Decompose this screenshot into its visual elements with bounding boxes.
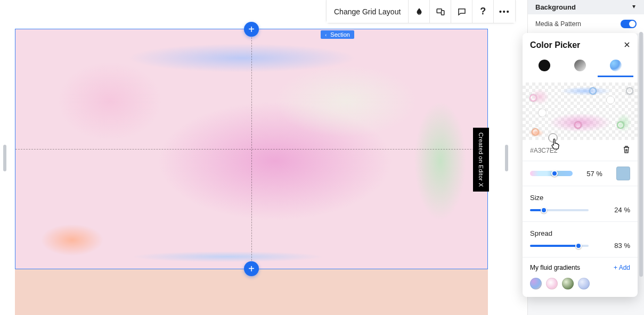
color-mode-tabs — [523, 60, 638, 82]
canvas-region: ‹ Section + + Created on Editor X — [0, 0, 527, 315]
droplet-icon — [414, 7, 424, 16]
gradient-handle[interactable] — [589, 87, 597, 95]
change-grid-layout-label: Change Grid Layout — [334, 7, 401, 16]
saved-gradients-row: My fluid gradients + Add — [523, 258, 638, 275]
trash-icon — [623, 145, 630, 154]
gradient-handle[interactable] — [617, 121, 624, 129]
add-section-above-button[interactable]: + — [244, 22, 259, 37]
right-panel-scrollbar[interactable] — [639, 32, 643, 277]
section-frame[interactable]: ‹ Section + + — [15, 29, 488, 269]
current-color-swatch[interactable] — [616, 167, 630, 180]
color-picker-header: Color Picker — [523, 33, 638, 60]
slider-thumb[interactable] — [575, 243, 582, 249]
editorx-badge[interactable]: Created on Editor X — [473, 128, 489, 192]
chevron-left-icon: ‹ — [325, 32, 327, 38]
opacity-value: 57 % — [586, 170, 602, 178]
mode-solid-tab[interactable] — [527, 60, 563, 77]
opacity-row: 57 % — [523, 161, 638, 186]
spread-slider[interactable] — [530, 242, 589, 250]
gradient-map[interactable] — [523, 82, 638, 140]
media-pattern-label: Media & Pattern — [535, 20, 581, 28]
saved-gradients-label: My fluid gradients — [530, 264, 580, 271]
spread-block: Spread 83 % — [523, 222, 638, 258]
more-options-button[interactable]: ••• — [494, 0, 515, 23]
section-toolbar: Change Grid Layout ? ••• — [326, 0, 516, 23]
gradient-handle[interactable] — [532, 128, 539, 136]
comments-button[interactable] — [451, 0, 472, 23]
saved-gradient-swatch[interactable] — [578, 278, 590, 289]
hex-row: #A3C7E2 — [523, 140, 638, 161]
svg-rect-1 — [441, 10, 444, 14]
opacity-slider[interactable] — [530, 171, 573, 176]
size-slider[interactable] — [530, 206, 589, 214]
chevron-down-icon: ▲ — [631, 4, 637, 10]
help-icon: ? — [480, 6, 486, 17]
mode-gradient-tab[interactable] — [563, 60, 598, 77]
mode-fluid-tab[interactable] — [598, 60, 633, 77]
add-gradient-button[interactable]: + Add — [614, 264, 630, 271]
saved-gradient-swatch[interactable] — [546, 278, 558, 289]
gradient-handle[interactable] — [539, 109, 546, 117]
responsive-button[interactable] — [430, 0, 451, 23]
spread-label: Spread — [530, 229, 630, 237]
change-grid-layout-button[interactable]: Change Grid Layout — [327, 0, 409, 23]
spread-value: 83 % — [614, 242, 630, 250]
background-title: Background — [535, 3, 576, 11]
gradient-handle[interactable] — [529, 94, 537, 102]
ellipsis-icon: ••• — [499, 7, 510, 16]
size-label: Size — [530, 194, 630, 202]
saved-gradient-swatch[interactable] — [562, 278, 574, 289]
devices-icon — [436, 7, 445, 16]
slider-thumb[interactable] — [541, 207, 547, 213]
comment-icon — [457, 7, 467, 16]
saved-gradient-swatch[interactable] — [530, 278, 542, 289]
saved-gradient-swatches — [523, 275, 638, 289]
section-badge[interactable]: ‹ Section — [321, 30, 354, 39]
color-picker-panel: Color Picker #A3C7E2 — [523, 33, 638, 297]
hex-value[interactable]: #A3C7E2 — [530, 147, 557, 154]
add-section-below-button[interactable]: + — [244, 261, 259, 276]
close-icon — [624, 42, 630, 48]
gradient-handle[interactable] — [574, 121, 582, 129]
media-pattern-row: Media & Pattern — [528, 14, 644, 34]
delete-stop-button[interactable] — [623, 145, 630, 155]
help-button[interactable]: ? — [472, 0, 494, 23]
canvas-scroll-left-handle[interactable] — [3, 145, 6, 171]
section-badge-label: Section — [330, 31, 350, 38]
animations-button[interactable] — [409, 0, 430, 23]
gradient-handle[interactable] — [626, 87, 633, 95]
fluid-gradient-icon — [610, 60, 622, 71]
linear-gradient-icon — [574, 60, 586, 71]
guide-horizontal — [15, 149, 487, 150]
background-section-header[interactable]: Background ▲ — [528, 0, 644, 14]
size-value: 24 % — [614, 206, 630, 214]
gradient-handle[interactable] — [607, 96, 614, 104]
canvas-scroll-right-handle[interactable] — [505, 145, 508, 171]
size-block: Size 24 % — [523, 186, 638, 222]
media-pattern-toggle[interactable] — [621, 20, 637, 28]
gradient-handle-active[interactable] — [549, 134, 557, 142]
color-picker-title: Color Picker — [530, 40, 580, 50]
slider-thumb[interactable] — [551, 170, 558, 177]
close-button[interactable] — [624, 41, 630, 49]
solid-color-icon — [539, 60, 550, 71]
